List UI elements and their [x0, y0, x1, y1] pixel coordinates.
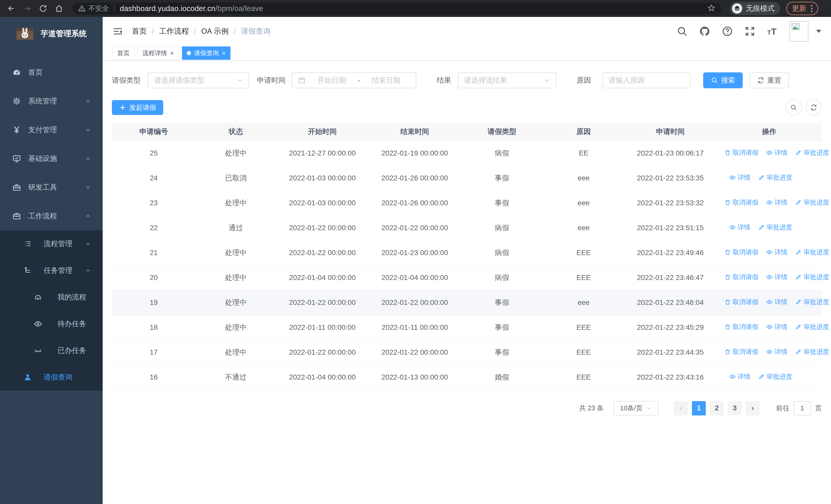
- breadcrumb-item[interactable]: 首页: [132, 26, 147, 36]
- detail-action-link[interactable]: 详情: [766, 148, 787, 157]
- browser-menu-icon[interactable]: [811, 5, 812, 12]
- sidebar-item-待办任务[interactable]: 待办任务: [0, 310, 103, 337]
- detail-action-link[interactable]: 详情: [729, 223, 750, 232]
- avatar[interactable]: [790, 21, 808, 41]
- sidebar-item-基础设施[interactable]: 基础设施: [0, 144, 103, 173]
- tab-首页[interactable]: 首页: [112, 47, 135, 60]
- next-page-button[interactable]: ›: [746, 401, 760, 415]
- github-icon[interactable]: [699, 26, 710, 37]
- cancel-action-link[interactable]: 取消请假: [724, 273, 758, 281]
- pagination: 共 23 条 10条/页 ‹ 123 › 前往 页: [112, 401, 822, 415]
- tab-请假查询[interactable]: 请假查询×: [182, 47, 230, 60]
- reason-cell: eee: [543, 166, 624, 190]
- chevron-down-icon: [85, 126, 91, 133]
- reason-input[interactable]: [608, 76, 685, 84]
- cancel-action-link[interactable]: 取消请假: [724, 348, 758, 356]
- start-date-placeholder[interactable]: 开始日期: [308, 76, 356, 85]
- detail-action-link[interactable]: 详情: [729, 173, 750, 182]
- cancel-action-link[interactable]: 取消请假: [724, 148, 758, 157]
- plus-icon: [119, 104, 126, 111]
- reset-button[interactable]: 重置: [749, 72, 789, 88]
- progress-action-link[interactable]: 审批进度: [758, 173, 792, 182]
- search-button[interactable]: 搜索: [703, 72, 743, 88]
- sidebar-item-支付管理[interactable]: 支付管理: [0, 116, 103, 144]
- search-icon[interactable]: [677, 26, 688, 37]
- cancel-action-link[interactable]: 取消请假: [724, 298, 758, 306]
- fullscreen-icon[interactable]: [744, 26, 755, 37]
- refresh-icon: [757, 77, 764, 84]
- breadcrumb-item[interactable]: 工作流程: [159, 26, 189, 36]
- breadcrumb-item[interactable]: OA 示例: [201, 26, 228, 36]
- progress-action-link[interactable]: 审批进度: [795, 273, 829, 281]
- leave-type-cell: 婚假: [461, 365, 543, 390]
- security-warning[interactable]: 不安全: [78, 4, 109, 13]
- sidebar-item-研发工具[interactable]: 研发工具: [0, 173, 103, 202]
- progress-action-link[interactable]: 审批进度: [795, 348, 829, 356]
- sidebar-item-系统管理[interactable]: 系统管理: [0, 87, 103, 116]
- result-select[interactable]: 请选择流结果: [458, 72, 557, 88]
- calendar-icon: [298, 77, 306, 84]
- progress-action-link[interactable]: 审批进度: [795, 298, 829, 306]
- tab-流程详情[interactable]: 流程详情×: [138, 47, 179, 60]
- sidebar-item-首页[interactable]: 首页: [0, 58, 103, 87]
- page-button-3[interactable]: 3: [728, 401, 742, 415]
- status-cell: 通过: [196, 215, 276, 240]
- close-icon[interactable]: ×: [222, 50, 226, 56]
- detail-action-link[interactable]: 详情: [766, 298, 787, 306]
- detail-action-link[interactable]: 详情: [766, 273, 787, 281]
- close-icon[interactable]: ×: [170, 50, 174, 56]
- apply-time-range-picker[interactable]: 开始日期 - 结束日期: [292, 72, 416, 88]
- reason-cell: eee: [543, 290, 624, 315]
- update-button[interactable]: 更新: [786, 2, 818, 15]
- sidebar-item-请假查询[interactable]: 请假查询: [0, 364, 103, 391]
- cancel-action-link[interactable]: 取消请假: [724, 248, 758, 256]
- detail-action-link[interactable]: 详情: [766, 248, 787, 256]
- page-button-2[interactable]: 2: [710, 401, 724, 415]
- table-row: 21处理中2022-01-22 00:00:002022-01-23 00:00…: [112, 240, 822, 265]
- page-button-1[interactable]: 1: [692, 401, 706, 415]
- forward-icon[interactable]: [20, 1, 34, 16]
- font-size-icon[interactable]: TT: [767, 26, 778, 37]
- prev-page-button[interactable]: ‹: [674, 401, 688, 415]
- progress-action-link[interactable]: 审批进度: [795, 198, 829, 207]
- sidebar-item-流程管理[interactable]: 流程管理: [0, 231, 103, 257]
- refresh-table-button[interactable]: [806, 99, 822, 116]
- back-icon[interactable]: [4, 1, 19, 16]
- sidebar-item-工作流程[interactable]: 工作流程: [0, 202, 103, 231]
- progress-action-link[interactable]: 审批进度: [758, 223, 792, 232]
- actions-cell: 详情审批进度: [717, 166, 822, 190]
- help-icon[interactable]: [722, 26, 733, 37]
- leave-table: 申请编号状态开始时间结束时间请假类型原因申请时间操作 25处理中2021-12-…: [112, 123, 822, 390]
- detail-action-link[interactable]: 详情: [766, 323, 787, 331]
- progress-action-link[interactable]: 审批进度: [795, 248, 829, 256]
- address-bar[interactable]: 不安全 dashboard.yudao.iocoder.cn/bpm/oa/le…: [73, 3, 721, 14]
- home-icon[interactable]: [52, 1, 66, 16]
- incognito-label: 无痕模式: [746, 4, 775, 13]
- detail-action-link[interactable]: 详情: [766, 198, 787, 207]
- sidebar-item-已办任务[interactable]: 已办任务: [0, 337, 103, 364]
- page-size-select[interactable]: 10条/页: [613, 401, 659, 415]
- detail-action-link[interactable]: 详情: [729, 373, 750, 381]
- leave-type-cell: 事假: [461, 340, 543, 365]
- progress-action-link[interactable]: 审批进度: [795, 323, 829, 331]
- incognito-badge: 无痕模式: [730, 2, 780, 15]
- leave-type-select[interactable]: 请选择请假类型: [148, 72, 249, 88]
- sidebar-collapse-icon[interactable]: [112, 26, 123, 37]
- sidebar-item-我的流程[interactable]: 我的流程: [0, 284, 103, 310]
- detail-action-link[interactable]: 详情: [766, 348, 787, 356]
- avatar-caret-icon[interactable]: [816, 30, 821, 33]
- create-leave-button[interactable]: 发起请假: [112, 100, 163, 115]
- sidebar-item-任务管理[interactable]: 任务管理: [0, 257, 103, 284]
- reload-icon[interactable]: [36, 1, 50, 16]
- app-logo-row[interactable]: 芋道管理系统: [0, 17, 103, 50]
- cancel-action-link[interactable]: 取消请假: [724, 198, 758, 207]
- end-date-placeholder[interactable]: 结束日期: [362, 76, 410, 85]
- cancel-action-link[interactable]: 取消请假: [724, 323, 758, 331]
- bookmark-star-icon[interactable]: [707, 4, 716, 13]
- search-toggle-button[interactable]: [786, 99, 802, 116]
- progress-action-link[interactable]: 审批进度: [795, 148, 829, 157]
- progress-action-link[interactable]: 审批进度: [758, 373, 792, 381]
- leave-type-cell: 病假: [461, 265, 543, 290]
- goto-page-input[interactable]: [794, 401, 811, 415]
- status-cell: 处理中: [196, 141, 276, 166]
